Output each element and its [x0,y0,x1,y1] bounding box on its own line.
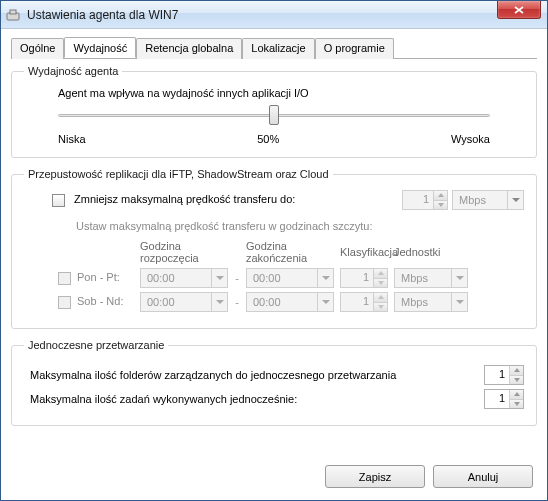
weekday-end-combo: 00:00 [246,268,334,288]
weekend-class-input: 1 [340,292,388,312]
schedule-row-weekdays: Pon - Pt: 00:00 - 00:00 1 Mbps [54,268,524,288]
tab-strip: Ogólne Wydajność Retencja globalna Lokal… [11,37,537,59]
reduce-row: Zmniejsz maksymalną prędkość transferu d… [24,190,524,210]
reduce-unit-combo: Mbps [452,190,524,210]
reduce-label: Zmniejsz maksymalną prędkość transferu d… [74,193,295,205]
save-button[interactable]: Zapisz [325,465,425,488]
slider-thumb[interactable] [269,105,279,125]
header-class: Klasyfikacja [340,246,388,258]
tasks-input[interactable]: 1 [484,389,524,409]
legend-agent-performance: Wydajność agenta [24,65,122,77]
folders-label: Maksymalna ilość folderów zarządzanych d… [30,369,396,381]
slider-high-label: Wysoka [451,133,490,145]
schedule-row-weekend: Sob - Nd: 00:00 - 00:00 1 Mbps [54,292,524,312]
svg-rect-1 [10,10,16,14]
app-icon [5,7,21,23]
weekend-start-combo: 00:00 [140,292,228,312]
tab-general[interactable]: Ogólne [11,38,64,59]
group-agent-performance: Wydajność agenta Agent ma wpływa na wyda… [11,65,537,158]
close-button[interactable] [497,1,541,19]
weekday-class-input: 1 [340,268,388,288]
chevron-down-icon [507,191,523,209]
reduce-value-input: 1 [402,190,448,210]
cancel-button[interactable]: Anuluj [433,465,533,488]
header-unit: Jednostki [394,246,468,258]
slider-labels: Niska 50% Wysoka [58,133,490,145]
schedule-label: Ustaw maksymalną prędkość transferu w go… [24,220,524,232]
button-bar: Zapisz Anuluj [325,465,533,488]
tab-about[interactable]: O programie [315,38,394,59]
reduce-checkbox[interactable] [52,194,65,207]
performance-slider[interactable] [58,105,490,127]
tab-retention[interactable]: Retencja globalna [136,38,242,59]
tasks-label: Maksymalna ilość zadań wykonywanych jedn… [30,393,297,405]
weekday-start-combo: 00:00 [140,268,228,288]
folders-spinner[interactable] [509,366,523,384]
weekend-checkbox [58,296,71,309]
legend-concurrent: Jednoczesne przetwarzanie [24,339,168,351]
slider-low-label: Niska [58,133,86,145]
group-bandwidth: Przepustowość replikacji dla iFTP, Shado… [11,168,537,329]
weekend-end-combo: 00:00 [246,292,334,312]
client-area: Ogólne Wydajność Retencja globalna Lokal… [1,29,547,500]
tab-performance[interactable]: Wydajność [64,37,136,58]
weekday-checkbox [58,272,71,285]
weekend-unit-combo: Mbps [394,292,468,312]
header-start: Godzina rozpoczęcia [140,240,228,264]
header-end: Godzina zakończenia [246,240,334,264]
window-title: Ustawienia agenta dla WIN7 [27,8,178,22]
tab-locations[interactable]: Lokalizacje [242,38,314,59]
folders-input[interactable]: 1 [484,365,524,385]
weekday-unit-combo: Mbps [394,268,468,288]
performance-description: Agent ma wpływa na wydajność innych apli… [24,87,524,99]
reduce-spinner [433,191,447,209]
slider-percent: 50% [257,133,279,145]
tasks-spinner[interactable] [509,390,523,408]
schedule-header: Godzina rozpoczęcia Godzina zakończenia … [54,240,524,264]
group-concurrent: Jednoczesne przetwarzanie Maksymalna ilo… [11,339,537,426]
title-bar[interactable]: Ustawienia agenta dla WIN7 [1,1,547,29]
legend-bandwidth: Przepustowość replikacji dla iFTP, Shado… [24,168,333,180]
dialog-window: Ustawienia agenta dla WIN7 Ogólne Wydajn… [0,0,548,501]
close-icon [514,6,524,14]
